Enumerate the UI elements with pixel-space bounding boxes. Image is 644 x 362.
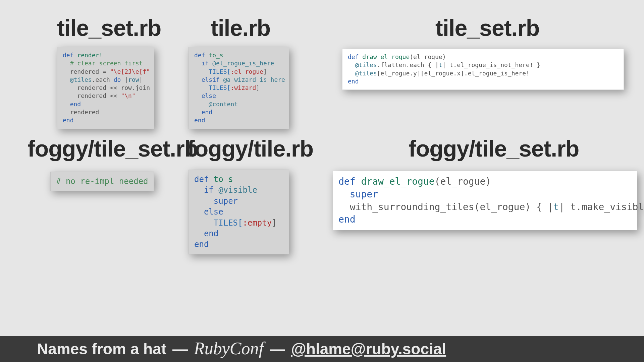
kw: if [194, 60, 212, 67]
code-to-s-tile: def to_s if @el_rogue_is_here TILES[:el_… [189, 47, 289, 129]
fn: to_s [205, 52, 223, 59]
text: | t.make_visible! } [559, 201, 644, 213]
fn: render! [74, 52, 103, 59]
kw: else [194, 92, 216, 99]
ivar: @a_wizard_is_here [223, 76, 285, 83]
footer-dash-1: — [172, 340, 188, 358]
kw: end [194, 229, 218, 238]
sym: :wizard [230, 84, 256, 91]
kw: end [348, 78, 359, 85]
kw: def [348, 53, 359, 60]
sym: :el_rogue [230, 68, 263, 75]
code-no-reimpl: # no re-impl needed [50, 172, 154, 191]
text [63, 76, 70, 83]
kw: def [194, 175, 209, 184]
kw: end [63, 117, 74, 124]
code-render: def render! # clear screen first rendere… [57, 47, 154, 129]
text: .each [92, 76, 114, 83]
heading-foggy-tile-set-left: foggy/tile_set.rb [28, 135, 198, 162]
heading-tile-set-right: tile_set.rb [435, 15, 539, 41]
sym: :empty [243, 218, 272, 228]
heading-foggy-tile-set-right: foggy/tile_set.rb [409, 135, 579, 162]
text: rendered << [63, 92, 121, 99]
kw: end [63, 101, 81, 108]
text [348, 61, 355, 68]
kw: end [338, 214, 356, 225]
heading-tile: tile.rb [211, 15, 270, 41]
footer-dash-2: — [270, 340, 285, 358]
code-draw-small: def draw_el_rogue(el_rogue) @tiles.flatt… [342, 49, 624, 90]
const: TILES[ [194, 68, 230, 75]
kw: super [194, 196, 238, 206]
kw: end [194, 117, 205, 124]
kw: def [63, 52, 74, 59]
str: "\e[2J\e[f" [110, 68, 150, 75]
text: ] [256, 84, 260, 91]
kw: end [194, 240, 209, 249]
kw: def [338, 176, 356, 187]
footer-handle[interactable]: @hlame@ruby.social [291, 340, 446, 358]
kw: else [194, 207, 223, 217]
text: rendered = [63, 68, 110, 75]
text: | [121, 76, 128, 83]
var: t [439, 61, 442, 68]
heading-foggy-tile: foggy/tile.rb [187, 135, 313, 162]
kw: do [114, 76, 121, 83]
kw: super [338, 189, 378, 200]
ivar: @tiles [70, 76, 92, 83]
text [348, 70, 355, 77]
kw: elsif [194, 76, 223, 83]
fn: to_s [209, 175, 233, 184]
text: [el_rogue.y][el_rogue.x].el_rogue_is_her… [377, 70, 530, 77]
kw: if [194, 185, 218, 195]
ivar: @tiles [355, 70, 377, 77]
text: (el_rogue) [435, 176, 491, 187]
code-draw-big: def draw_el_rogue(el_rogue) super with_s… [333, 171, 637, 230]
text [194, 101, 209, 108]
text: .flatten.each { | [377, 61, 439, 68]
text: rendered [63, 109, 99, 116]
fn: draw_el_rogue [359, 53, 410, 60]
footer-conf-logo: RubyConf [194, 339, 264, 358]
text: with_surrounding_tiles(el_rogue) { | [338, 201, 553, 213]
text: rendered << row.join [63, 84, 150, 91]
text: | [139, 76, 143, 83]
ivar: @content [209, 101, 238, 108]
ivar: @tiles [355, 61, 377, 68]
const: TILES[ [194, 84, 230, 91]
comment: # no re-impl needed [56, 177, 148, 186]
fn: draw_el_rogue [356, 176, 435, 187]
footer-title: Names from a hat [37, 340, 166, 358]
var: t [553, 201, 559, 213]
text: | t.el_rogue_is_not_here! } [442, 61, 541, 68]
str: "\n" [121, 92, 135, 99]
text: ] [263, 68, 267, 75]
ivar: @el_rogue_is_here [212, 60, 274, 67]
const: TILES[ [194, 218, 243, 228]
text: (el_rogue) [410, 53, 446, 60]
var: row [128, 76, 139, 83]
comment: # clear screen first [63, 60, 143, 67]
text: ] [272, 218, 276, 228]
code-to-s-foggy: def to_s if @visible super else TILES[:e… [189, 170, 289, 254]
kw: end [194, 109, 212, 116]
kw: def [194, 52, 205, 59]
ivar: @visible [218, 185, 257, 195]
footer-bar: Names from a hat — RubyConf — @hlame@rub… [0, 336, 644, 362]
heading-tile-set-left: tile_set.rb [57, 15, 161, 41]
